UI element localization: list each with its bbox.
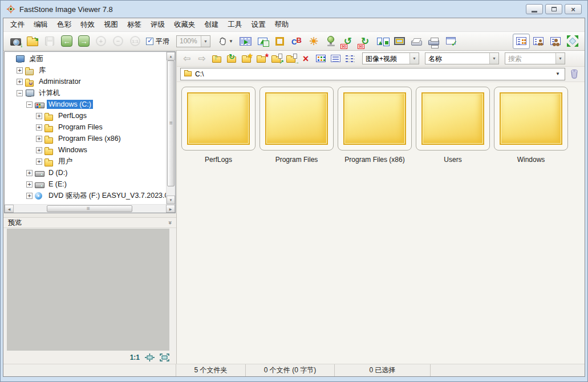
move-to-folder-button[interactable]: →: [283, 52, 298, 66]
sun-icon: ☀: [309, 36, 318, 47]
sort-dropdown-button[interactable]: ▼: [489, 53, 498, 64]
menu-create[interactable]: 创建: [200, 18, 224, 31]
view-list-button[interactable]: [343, 52, 358, 66]
menu-favorites[interactable]: 收藏夹: [169, 18, 200, 31]
zoom-level-dropdown-button[interactable]: ▼: [201, 36, 210, 47]
search-combo[interactable]: 搜索 ▼: [505, 52, 565, 64]
tree-item-program-files-x86[interactable]: +Program Files (x86): [5, 133, 166, 144]
sort-combo[interactable]: 名称 ▼: [425, 52, 499, 64]
tree-item-drive-d[interactable]: +D (D:): [5, 167, 166, 178]
menu-edit[interactable]: 编辑: [29, 18, 52, 31]
tree-vertical-scrollbar[interactable]: ▲ ▼: [166, 52, 175, 204]
rotate-right-button[interactable]: ↻ 90: [356, 34, 374, 49]
scroll-left-icon[interactable]: ◀: [5, 205, 14, 213]
tree-item-drive-e[interactable]: +E (E:): [5, 178, 166, 190]
acquire-photos-button[interactable]: [7, 34, 24, 49]
previous-image-button[interactable]: ←: [58, 34, 75, 49]
program-settings-button[interactable]: [442, 34, 459, 49]
tree-item-users-folder[interactable]: +用户: [5, 156, 166, 167]
tree-item-dvd-f[interactable]: +DVD 驱动器 (F:) EASYU_V3.7.2023.0506: [5, 190, 166, 201]
drive-icon: [35, 169, 44, 177]
rotate-left-button[interactable]: ↺ 90: [339, 34, 356, 49]
menu-settings[interactable]: 设置: [247, 18, 270, 31]
up-folder-button[interactable]: ↑: [209, 52, 224, 66]
preview-fit-icon[interactable]: [145, 353, 155, 361]
zoom-level-combo[interactable]: 100% ▼: [176, 35, 210, 47]
scroll-up-icon[interactable]: ▲: [167, 52, 175, 60]
layout-browser-button[interactable]: [513, 34, 530, 49]
adjust-colors-button[interactable]: [288, 34, 305, 49]
clone-stamp-button[interactable]: [322, 34, 339, 49]
folder-thumbnail-windows[interactable]: Windows: [494, 87, 568, 169]
view-thumbnails-button[interactable]: [313, 52, 328, 66]
open-folder-button[interactable]: [24, 34, 41, 49]
tree-item-windows-c[interactable]: −Windows (C:): [5, 99, 166, 110]
actual-size-button[interactable]: 1:1: [127, 34, 144, 49]
back-button[interactable]: ⇦: [180, 52, 194, 66]
scan-button[interactable]: [408, 34, 425, 49]
menu-effects[interactable]: 特效: [76, 18, 99, 31]
minimize-button[interactable]: [526, 4, 543, 14]
delete-button[interactable]: ×: [298, 52, 313, 66]
copy-to-folder-button[interactable]: ↗: [269, 52, 283, 66]
lighting-button[interactable]: ☀: [305, 34, 322, 49]
zoom-in-button[interactable]: +: [92, 34, 110, 49]
tree-item-program-files[interactable]: +Program Files: [5, 121, 166, 133]
scroll-down-icon[interactable]: ▼: [167, 196, 175, 204]
navigation-toolbar: ⇦ ⇨ ↑ ↻ ★ * ↗ → × 图像+视频 ▼: [177, 51, 585, 67]
tree-item-administrator[interactable]: +Administrator: [5, 76, 166, 87]
tree-item-desktop[interactable]: 桌面: [5, 53, 166, 64]
menu-file[interactable]: 文件: [6, 18, 29, 31]
preview-area: [7, 229, 169, 351]
scroll-right-icon[interactable]: ▶: [166, 205, 175, 213]
forward-button[interactable]: ⇨: [194, 52, 209, 66]
new-folder-button[interactable]: *: [254, 52, 269, 66]
menu-tag[interactable]: 标签: [123, 18, 146, 31]
zoom-out-button[interactable]: −: [110, 34, 127, 49]
next-image-button[interactable]: →: [75, 34, 92, 49]
tree-horizontal-scrollbar[interactable]: ◀ ▶: [5, 204, 175, 213]
hand-tool-button[interactable]: ▼: [214, 34, 237, 49]
search-dropdown-button[interactable]: ▼: [555, 53, 565, 64]
folder-thumbnail-program-files[interactable]: Program Files: [259, 87, 334, 169]
recycle-bin-button[interactable]: [567, 67, 581, 81]
tree-item-computer[interactable]: −计算机: [5, 87, 166, 99]
crop-button[interactable]: [271, 34, 288, 49]
menu-colors[interactable]: 色彩: [52, 18, 76, 31]
address-input[interactable]: C:\ ▼: [180, 68, 565, 80]
print-button[interactable]: [425, 34, 442, 49]
folder-thumbnail-program-files-x86[interactable]: Program Files (x86): [338, 87, 412, 169]
list-view-icon: [346, 55, 355, 62]
folder-thumbnail-users[interactable]: Users: [416, 87, 490, 169]
tree-preview-splitter[interactable]: [3, 213, 176, 217]
file-filter-combo[interactable]: 图像+视频 ▼: [362, 52, 419, 64]
save-as-button[interactable]: [41, 34, 58, 49]
preview-fullscreen-icon[interactable]: [160, 353, 169, 361]
menu-tools[interactable]: 工具: [224, 18, 247, 31]
menu-rating[interactable]: 评级: [146, 18, 169, 31]
folder-thumbnail-perflogs[interactable]: PerfLogs: [181, 87, 256, 169]
resize-button[interactable]: [254, 34, 271, 49]
maximize-button[interactable]: [545, 4, 562, 14]
screen-capture-button[interactable]: [391, 34, 408, 49]
smooth-checkbox[interactable]: [146, 38, 153, 45]
layout-full-window-button[interactable]: [547, 34, 564, 49]
address-dropdown-icon[interactable]: ▼: [554, 71, 561, 76]
view-details-button[interactable]: [328, 52, 343, 66]
tree-item-perflogs[interactable]: +PerfLogs: [5, 110, 166, 121]
compare-images-button[interactable]: [374, 34, 391, 49]
slideshow-button[interactable]: [237, 34, 254, 49]
favorites-button[interactable]: ★: [239, 52, 254, 66]
menu-help[interactable]: 帮助: [270, 18, 294, 31]
tree-item-windows-folder[interactable]: +Windows: [5, 144, 166, 156]
menu-view[interactable]: 视图: [99, 18, 123, 31]
file-filter-dropdown-button[interactable]: ▼: [409, 53, 419, 64]
tree-vscroll-thumb[interactable]: [167, 60, 175, 186]
tree-hscroll-thumb[interactable]: [47, 205, 132, 212]
layout-viewer-button[interactable]: [530, 34, 547, 49]
close-button[interactable]: ×: [565, 4, 582, 14]
refresh-button[interactable]: ↻: [224, 52, 239, 66]
tree-item-libraries[interactable]: +库: [5, 64, 166, 76]
fullscreen-button[interactable]: [564, 34, 581, 49]
collapse-chevron-icon[interactable]: »: [167, 221, 173, 224]
